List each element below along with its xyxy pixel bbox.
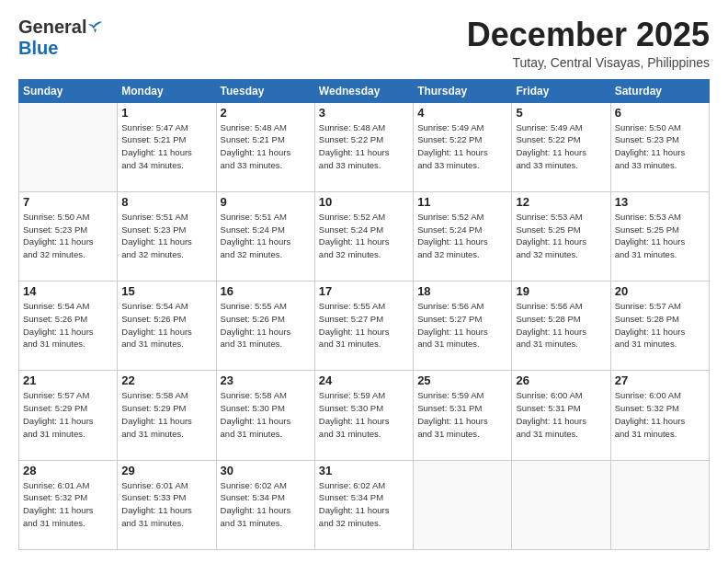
day-info: Sunrise: 5:53 AM Sunset: 5:25 PM Dayligh… [615, 211, 705, 261]
day-info: Sunrise: 5:50 AM Sunset: 5:23 PM Dayligh… [615, 121, 705, 172]
weekday-header-friday: Friday [512, 79, 610, 102]
day-info: Sunrise: 5:49 AM Sunset: 5:22 PM Dayligh… [516, 121, 606, 172]
day-number: 31 [319, 464, 409, 477]
day-number: 11 [417, 195, 507, 209]
day-cell: 11Sunrise: 5:52 AM Sunset: 5:24 PM Dayli… [414, 191, 512, 281]
day-info: Sunrise: 5:58 AM Sunset: 5:30 PM Dayligh… [221, 389, 311, 440]
day-cell: 27Sunrise: 6:00 AM Sunset: 5:32 PM Dayli… [610, 371, 709, 460]
day-number: 17 [319, 284, 409, 298]
day-info: Sunrise: 5:53 AM Sunset: 5:25 PM Dayligh… [516, 211, 606, 261]
day-info: Sunrise: 5:56 AM Sunset: 5:27 PM Dayligh… [417, 300, 507, 350]
day-number: 12 [516, 195, 606, 209]
day-cell: 6Sunrise: 5:50 AM Sunset: 5:23 PM Daylig… [610, 102, 709, 191]
day-number: 22 [121, 373, 211, 387]
day-number: 23 [221, 373, 311, 387]
day-cell [512, 460, 610, 549]
day-info: Sunrise: 5:50 AM Sunset: 5:23 PM Dayligh… [23, 211, 113, 261]
week-row-2: 7Sunrise: 5:50 AM Sunset: 5:23 PM Daylig… [19, 191, 710, 281]
page: General Blue December 2025 Tutay, Centra… [0, 0, 728, 563]
weekday-header-monday: Monday [118, 79, 216, 102]
day-number: 27 [615, 373, 705, 387]
week-row-1: 1Sunrise: 5:47 AM Sunset: 5:21 PM Daylig… [19, 102, 710, 191]
day-number: 26 [516, 373, 606, 387]
day-info: Sunrise: 5:59 AM Sunset: 5:30 PM Dayligh… [319, 389, 409, 440]
day-cell: 19Sunrise: 5:56 AM Sunset: 5:28 PM Dayli… [512, 282, 610, 371]
day-number: 1 [121, 106, 211, 120]
day-info: Sunrise: 5:57 AM Sunset: 5:28 PM Dayligh… [615, 300, 705, 350]
day-info: Sunrise: 5:57 AM Sunset: 5:29 PM Dayligh… [23, 389, 113, 440]
day-info: Sunrise: 6:01 AM Sunset: 5:33 PM Dayligh… [121, 479, 211, 530]
day-info: Sunrise: 5:51 AM Sunset: 5:24 PM Dayligh… [221, 211, 311, 261]
day-number: 25 [417, 373, 507, 387]
day-info: Sunrise: 5:48 AM Sunset: 5:22 PM Dayligh… [319, 121, 409, 172]
day-number: 7 [23, 195, 113, 209]
day-number: 8 [121, 195, 211, 209]
weekday-header-wednesday: Wednesday [314, 79, 413, 102]
day-info: Sunrise: 6:00 AM Sunset: 5:32 PM Dayligh… [615, 389, 705, 440]
day-cell: 5Sunrise: 5:49 AM Sunset: 5:22 PM Daylig… [512, 102, 610, 191]
header: General Blue December 2025 Tutay, Centra… [18, 17, 710, 70]
day-info: Sunrise: 5:56 AM Sunset: 5:28 PM Dayligh… [516, 300, 606, 350]
month-title: December 2025 [467, 17, 710, 53]
day-number: 4 [417, 106, 507, 120]
day-number: 29 [121, 464, 211, 477]
day-cell: 3Sunrise: 5:48 AM Sunset: 5:22 PM Daylig… [314, 102, 413, 191]
day-info: Sunrise: 5:49 AM Sunset: 5:22 PM Dayligh… [417, 121, 507, 172]
day-cell: 26Sunrise: 6:00 AM Sunset: 5:31 PM Dayli… [512, 371, 610, 460]
day-number: 5 [516, 106, 606, 120]
day-info: Sunrise: 6:02 AM Sunset: 5:34 PM Dayligh… [221, 479, 311, 530]
day-cell: 12Sunrise: 5:53 AM Sunset: 5:25 PM Dayli… [512, 191, 610, 281]
day-info: Sunrise: 5:52 AM Sunset: 5:24 PM Dayligh… [417, 211, 507, 261]
week-row-5: 28Sunrise: 6:01 AM Sunset: 5:32 PM Dayli… [19, 460, 710, 549]
day-cell: 4Sunrise: 5:49 AM Sunset: 5:22 PM Daylig… [414, 102, 512, 191]
day-cell: 15Sunrise: 5:54 AM Sunset: 5:26 PM Dayli… [118, 282, 216, 371]
day-number: 19 [516, 284, 606, 298]
day-cell [610, 460, 709, 549]
day-number: 2 [221, 106, 311, 120]
weekday-header-tuesday: Tuesday [216, 79, 314, 102]
day-info: Sunrise: 5:52 AM Sunset: 5:24 PM Dayligh… [319, 211, 409, 261]
day-number: 21 [23, 373, 113, 387]
day-info: Sunrise: 5:51 AM Sunset: 5:23 PM Dayligh… [121, 211, 211, 261]
calendar: SundayMondayTuesdayWednesdayThursdayFrid… [18, 79, 710, 550]
day-number: 28 [23, 464, 113, 477]
day-cell: 23Sunrise: 5:58 AM Sunset: 5:30 PM Dayli… [216, 371, 314, 460]
title-block: December 2025 Tutay, Central Visayas, Ph… [467, 17, 710, 70]
day-number: 16 [221, 284, 311, 298]
day-cell: 8Sunrise: 5:51 AM Sunset: 5:23 PM Daylig… [118, 191, 216, 281]
day-info: Sunrise: 5:55 AM Sunset: 5:26 PM Dayligh… [221, 300, 311, 350]
day-info: Sunrise: 6:00 AM Sunset: 5:31 PM Dayligh… [516, 389, 606, 440]
day-cell: 21Sunrise: 5:57 AM Sunset: 5:29 PM Dayli… [19, 371, 118, 460]
week-row-4: 21Sunrise: 5:57 AM Sunset: 5:29 PM Dayli… [19, 371, 710, 460]
day-cell: 13Sunrise: 5:53 AM Sunset: 5:25 PM Dayli… [610, 191, 709, 281]
day-number: 9 [221, 195, 311, 209]
day-number: 3 [319, 106, 409, 120]
logo-general: General [18, 17, 86, 38]
day-cell: 14Sunrise: 5:54 AM Sunset: 5:26 PM Dayli… [19, 282, 118, 371]
day-number: 10 [319, 195, 409, 209]
day-cell: 31Sunrise: 6:02 AM Sunset: 5:34 PM Dayli… [314, 460, 413, 549]
day-info: Sunrise: 6:01 AM Sunset: 5:32 PM Dayligh… [23, 479, 113, 530]
day-number: 13 [615, 195, 705, 209]
day-info: Sunrise: 5:58 AM Sunset: 5:29 PM Dayligh… [121, 389, 211, 440]
day-number: 6 [615, 106, 705, 120]
day-cell: 29Sunrise: 6:01 AM Sunset: 5:33 PM Dayli… [118, 460, 216, 549]
week-row-3: 14Sunrise: 5:54 AM Sunset: 5:26 PM Dayli… [19, 282, 710, 371]
day-cell: 25Sunrise: 5:59 AM Sunset: 5:31 PM Dayli… [414, 371, 512, 460]
day-cell: 20Sunrise: 5:57 AM Sunset: 5:28 PM Dayli… [610, 282, 709, 371]
logo-blue: Blue [18, 38, 58, 59]
day-info: Sunrise: 5:55 AM Sunset: 5:27 PM Dayligh… [319, 300, 409, 350]
day-info: Sunrise: 5:54 AM Sunset: 5:26 PM Dayligh… [121, 300, 211, 350]
day-info: Sunrise: 5:54 AM Sunset: 5:26 PM Dayligh… [23, 300, 113, 350]
day-info: Sunrise: 5:59 AM Sunset: 5:31 PM Dayligh… [417, 389, 507, 440]
day-cell: 22Sunrise: 5:58 AM Sunset: 5:29 PM Dayli… [118, 371, 216, 460]
day-number: 14 [23, 284, 113, 298]
day-cell: 9Sunrise: 5:51 AM Sunset: 5:24 PM Daylig… [216, 191, 314, 281]
day-info: Sunrise: 5:48 AM Sunset: 5:21 PM Dayligh… [221, 121, 311, 172]
location: Tutay, Central Visayas, Philippines [467, 55, 710, 70]
weekday-header-saturday: Saturday [610, 79, 709, 102]
weekday-header-sunday: Sunday [19, 79, 118, 102]
day-cell: 17Sunrise: 5:55 AM Sunset: 5:27 PM Dayli… [314, 282, 413, 371]
day-cell [19, 102, 118, 191]
weekday-header-row: SundayMondayTuesdayWednesdayThursdayFrid… [19, 79, 710, 102]
